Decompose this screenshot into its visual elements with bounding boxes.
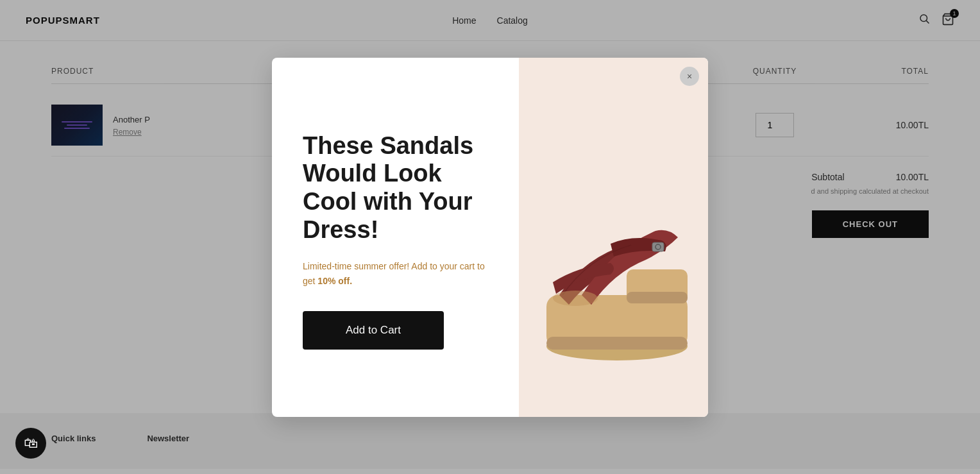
- popup-right: ×: [519, 58, 708, 417]
- popup-desc-highlight: 10% off.: [317, 276, 352, 286]
- sandal-svg: [527, 96, 700, 378]
- shopify-icon: 🛍: [24, 435, 38, 452]
- svg-rect-5: [546, 337, 688, 350]
- popup: These Sandals Would Look Cool with Your …: [272, 58, 708, 417]
- svg-point-10: [553, 291, 598, 306]
- svg-rect-8: [652, 242, 664, 251]
- popup-description: Limited-time summer offer! Add to your c…: [303, 259, 488, 288]
- sandal-image: [519, 58, 708, 417]
- popup-close-button[interactable]: ×: [680, 67, 699, 86]
- popup-left: These Sandals Would Look Cool with Your …: [272, 58, 519, 417]
- popup-overlay: These Sandals Would Look Cool with Your …: [0, 0, 980, 469]
- add-to-cart-button[interactable]: Add to Cart: [303, 311, 444, 350]
- shopify-badge[interactable]: 🛍: [15, 428, 46, 459]
- popup-title: These Sandals Would Look Cool with Your …: [303, 132, 488, 244]
- svg-rect-7: [627, 292, 688, 303]
- close-icon: ×: [687, 71, 692, 81]
